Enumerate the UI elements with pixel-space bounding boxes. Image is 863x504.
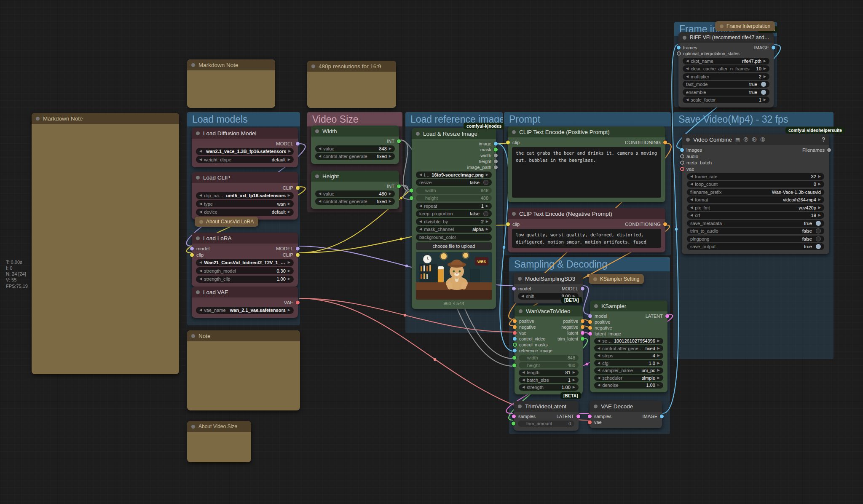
decrement-arrow-icon[interactable] [690, 198, 693, 201]
note-about-video-size[interactable]: About Video Size [187, 421, 251, 462]
widget-save-output[interactable]: save_outputtrue [687, 243, 824, 250]
decrement-arrow-icon[interactable] [690, 175, 693, 178]
widget-strength-clip[interactable]: strength_clip1.00 [196, 276, 294, 283]
widget-filename-prefix[interactable]: filename_prefixWan-Vace-1.3b-causvid [687, 189, 824, 196]
increment-arrow-icon[interactable] [288, 261, 290, 264]
input-slot-negative[interactable] [513, 325, 517, 329]
node-height[interactable]: Height INT value480 control after genera… [311, 171, 399, 209]
decrement-arrow-icon[interactable] [419, 228, 422, 231]
node-ksampler[interactable]: KSampler modelLATENT positive negative l… [590, 300, 667, 392]
input-slot-negative[interactable] [588, 326, 592, 330]
input-slot-optional-interpolation-states[interactable] [677, 51, 681, 56]
increment-arrow-icon[interactable] [764, 67, 766, 70]
decrement-arrow-icon[interactable] [199, 308, 202, 312]
node-titlebar[interactable]: Width [311, 126, 399, 137]
node-titlebar[interactable]: Video Combine ▤ Ⓥ Ⓗ Ⓢ ? [682, 134, 829, 145]
widget-pix-fmt[interactable]: pix_fmtyuv420p [687, 204, 824, 211]
widget-height-linked[interactable]: height480 [416, 195, 492, 201]
widget-weight-dtype[interactable]: weight_dtypedefault [196, 156, 294, 163]
collapse-dot-icon[interactable] [512, 130, 516, 134]
note-titlebar[interactable]: 480p resolutions for 16:9 [307, 61, 396, 72]
decrement-arrow-icon[interactable] [598, 339, 600, 343]
node-vae-decode[interactable]: VAE Decode samplesIMAGE vae [590, 401, 662, 428]
toggle-icon[interactable] [816, 236, 821, 241]
node-frame-interpolation-collapsed[interactable]: Frame Interpolation [715, 21, 775, 31]
output-slot-height[interactable] [494, 160, 498, 164]
increment-arrow-icon[interactable] [389, 147, 391, 150]
node-width[interactable]: Width INT value848 control after generat… [311, 126, 399, 164]
widget-vae-name[interactable]: vae_namewan_2.1_vae.safetensors [196, 307, 294, 314]
group-header[interactable]: Prompt [504, 112, 671, 126]
increment-arrow-icon[interactable] [288, 158, 290, 161]
node-titlebar[interactable]: Load CLIP [192, 172, 298, 183]
widget-scheduler[interactable]: schedulersimple [594, 375, 663, 381]
group-header[interactable]: Video Size [307, 112, 402, 126]
input-slot-clip[interactable] [506, 140, 510, 144]
increment-arrow-icon[interactable] [818, 182, 821, 186]
decrement-arrow-icon[interactable] [598, 347, 600, 350]
decrement-arrow-icon[interactable] [598, 362, 600, 365]
collapse-dot-icon[interactable] [720, 24, 724, 28]
widget-strength-model[interactable]: strength_model0.30 [196, 267, 294, 274]
increment-arrow-icon[interactable] [764, 59, 766, 63]
node-graph-canvas[interactable]: Load models Video Size Load reference im… [0, 0, 863, 504]
collapse-dot-icon[interactable] [416, 132, 420, 136]
widget-strength[interactable]: strength1.00 [519, 384, 579, 391]
increment-arrow-icon[interactable] [657, 369, 660, 372]
output-slot-image-path[interactable] [494, 166, 498, 169]
output-slot-positive[interactable] [581, 319, 584, 323]
increment-arrow-icon[interactable] [657, 376, 660, 380]
node-titlebar[interactable]: WanVaceToVideo [515, 306, 583, 316]
widget-value[interactable]: value480 [315, 190, 395, 197]
collapse-dot-icon[interactable] [311, 64, 315, 68]
prompt-textarea[interactable]: low quality, worst quality, deformed, di… [512, 229, 661, 248]
input-slot-samples[interactable] [512, 415, 516, 418]
decrement-arrow-icon[interactable] [686, 98, 689, 102]
decrement-arrow-icon[interactable] [199, 150, 202, 153]
increment-arrow-icon[interactable] [288, 202, 290, 206]
decrement-arrow-icon[interactable] [199, 194, 202, 197]
note-titlebar[interactable]: Note [187, 330, 300, 341]
widget-height-linked[interactable]: height480 [519, 362, 579, 368]
input-slot-height[interactable] [512, 363, 516, 367]
input-slot-control-masks[interactable] [513, 343, 517, 347]
widget-scale-factor[interactable]: scale_factor1 [683, 97, 769, 103]
decrement-arrow-icon[interactable] [598, 383, 600, 387]
output-slot-negative[interactable] [581, 325, 584, 329]
collapse-dot-icon[interactable] [683, 36, 686, 40]
widget-batch-size[interactable]: batch_size1 [519, 377, 579, 383]
decrement-arrow-icon[interactable] [522, 386, 525, 389]
collapse-dot-icon[interactable] [36, 117, 40, 121]
input-slot-clip[interactable] [190, 253, 194, 257]
node-clip-text-encode-negative[interactable]: CLIP Text Encode (Negative Prompt) clipC… [508, 208, 665, 252]
decrement-arrow-icon[interactable] [690, 182, 693, 186]
widget-clear-cache[interactable]: clear_cache_after_n_frames10 [683, 65, 769, 72]
collapse-dot-icon[interactable] [519, 309, 523, 313]
increment-arrow-icon[interactable] [486, 173, 488, 177]
decrement-arrow-icon[interactable] [522, 371, 525, 374]
increment-arrow-icon[interactable] [288, 210, 290, 214]
decrement-arrow-icon[interactable] [199, 210, 202, 214]
decrement-arrow-icon[interactable] [690, 214, 693, 217]
node-titlebar[interactable]: VAE Decode [590, 401, 662, 412]
increment-arrow-icon[interactable] [818, 206, 821, 209]
increment-arrow-icon[interactable] [389, 192, 391, 196]
increment-arrow-icon[interactable] [764, 75, 766, 78]
widget-width-linked[interactable]: width848 [519, 355, 579, 361]
input-slot-samples[interactable] [588, 415, 592, 418]
toggle-icon[interactable] [761, 82, 766, 87]
widget-ensemble[interactable]: ensembletrue [683, 89, 769, 96]
node-titlebar[interactable]: Height [311, 171, 399, 182]
increment-arrow-icon[interactable] [764, 98, 766, 102]
input-slot-audio[interactable] [680, 154, 684, 158]
collapse-dot-icon[interactable] [196, 290, 200, 294]
node-video-combine[interactable]: Video Combine ▤ Ⓥ Ⓗ Ⓢ ? imagesFilenames … [682, 134, 829, 254]
note-markdown-big[interactable]: Markdown Note [32, 113, 179, 374]
decrement-arrow-icon[interactable] [690, 206, 693, 209]
widget-control-after-generate[interactable]: control after generatefixed [315, 153, 395, 160]
output-slot-latent[interactable] [665, 314, 669, 318]
output-slot-mask[interactable] [494, 148, 498, 152]
decrement-arrow-icon[interactable] [686, 67, 689, 70]
input-slot-clip[interactable] [506, 222, 510, 226]
widget-width-linked[interactable]: width848 [416, 187, 492, 194]
